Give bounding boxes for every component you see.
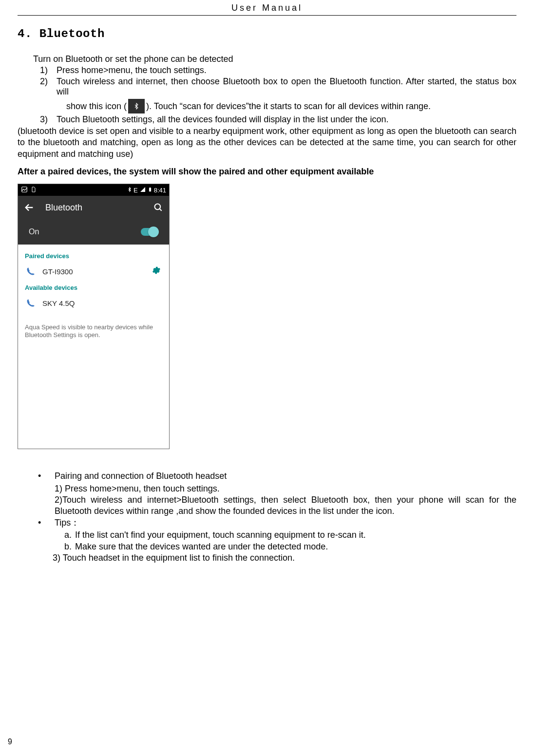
- pairing-step-2: 2)Touch wireless and internet>Bluetooth …: [55, 494, 516, 517]
- step-2: 2) Touch wireless and internet, then cho…: [57, 76, 516, 113]
- bullet-tips-title: Tips：: [55, 518, 79, 528]
- bullet-pairing-title: Pairing and connection of Bluetooth head…: [55, 471, 227, 481]
- after-paired-heading: After a paired devices, the system will …: [18, 167, 516, 177]
- step-3: 3) Touch Bluetooth settings, all the dev…: [57, 114, 516, 125]
- paired-device-name: GT-I9300: [42, 267, 152, 276]
- step-1-num: 1): [40, 65, 48, 76]
- back-icon[interactable]: [24, 202, 35, 213]
- svg-rect-1: [149, 188, 151, 191]
- section-heading: 4. Bluetooth: [18, 27, 516, 40]
- bluetooth-state-label: On: [29, 227, 39, 236]
- bluetooth-statusbar-icon: [128, 99, 145, 113]
- step-1-text: Press home>menu, the touch settings.: [57, 65, 207, 75]
- phone-device-icon: [25, 299, 37, 307]
- step-2-line2a: show this icon (: [66, 101, 127, 112]
- bullet-tips: Tips：: [18, 517, 516, 529]
- available-device-row[interactable]: SKY 4.5Q: [25, 293, 162, 313]
- doc-header: User Manual: [18, 0, 516, 13]
- sim-icon: [31, 186, 37, 194]
- step-2-line1: Touch wireless and internet, then choose…: [57, 76, 516, 96]
- phone-screenshot: E 8:41 Bluetooth On: [18, 184, 170, 449]
- svg-rect-0: [22, 187, 27, 192]
- bullet-pairing: Pairing and connection of Bluetooth head…: [18, 471, 516, 482]
- step-3-num: 3): [40, 114, 48, 125]
- svg-rect-2: [150, 187, 151, 188]
- paired-device-row[interactable]: GT-I9300: [25, 262, 162, 281]
- tip-a-label: a.: [64, 529, 72, 541]
- tip-b-text: Make sure that the devices wanted are un…: [75, 542, 328, 551]
- search-icon[interactable]: [153, 203, 163, 212]
- header-rule: [18, 15, 516, 16]
- step-3-text: Touch Bluetooth settings, all the device…: [57, 114, 388, 124]
- phone-statusbar: E 8:41: [18, 184, 169, 196]
- step-1: 1) Press home>menu, the touch settings.: [57, 65, 516, 76]
- image-icon: [21, 186, 28, 194]
- step-2-num: 2): [40, 76, 48, 87]
- tip-b: b. Make sure that the devices wanted are…: [64, 541, 516, 552]
- phone-device-icon: [25, 267, 37, 276]
- network-type: E: [134, 187, 138, 194]
- bluetooth-icon: [127, 186, 132, 194]
- tip-a: a. If the list can't find your equipment…: [64, 529, 516, 541]
- phone-appbar: Bluetooth On: [18, 196, 169, 245]
- svg-point-3: [155, 204, 161, 210]
- signal-icon: [139, 187, 146, 194]
- appbar-title: Bluetooth: [45, 203, 153, 213]
- visibility-text: Aqua Speed is visible to nearby devices …: [25, 323, 162, 340]
- tip-a-text: If the list can't find your equipment, t…: [75, 530, 366, 540]
- available-devices-label: Available devices: [25, 281, 162, 293]
- step-2-line2b: ). Touch “scan for devices”the it starts…: [146, 101, 431, 112]
- intro-text: Turn on Bluetooth or set the phone can b…: [33, 54, 516, 64]
- pairing-step-3: 3) Touch headset in the equipment list t…: [53, 552, 516, 564]
- available-device-name: SKY 4.5Q: [42, 299, 162, 307]
- pairing-step-1: 1) Press home>menu, then touch settings.: [55, 483, 516, 494]
- page-number: 9: [8, 737, 12, 746]
- paired-devices-label: Paired devices: [25, 249, 162, 262]
- battery-icon: [148, 186, 153, 194]
- tip-b-label: b.: [64, 541, 72, 552]
- bluetooth-note: (bluetooth device is set open and visibl…: [18, 126, 516, 160]
- bluetooth-toggle[interactable]: [141, 228, 158, 236]
- status-time: 8:41: [154, 187, 166, 194]
- gear-icon[interactable]: [152, 265, 162, 277]
